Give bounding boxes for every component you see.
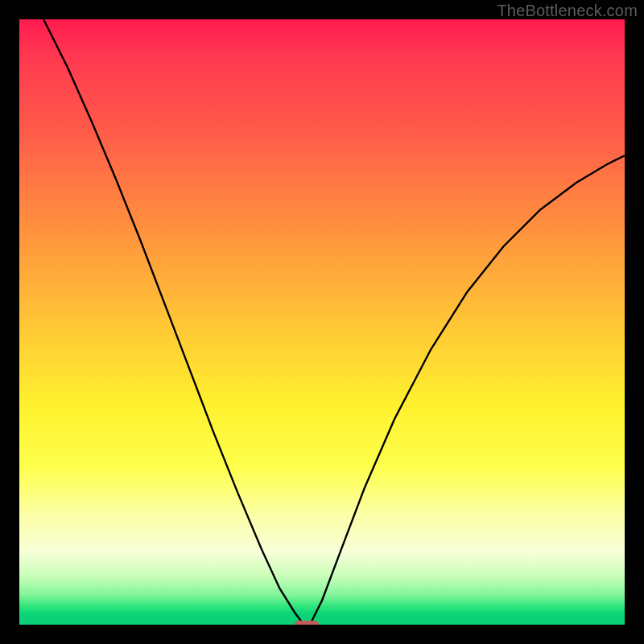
curve-path <box>43 19 625 625</box>
outer-frame: TheBottleneck.com <box>0 0 644 644</box>
bottleneck-curve <box>19 19 625 625</box>
optimum-marker <box>295 621 319 625</box>
watermark-text: TheBottleneck.com <box>497 2 638 20</box>
plot-area <box>19 19 625 625</box>
